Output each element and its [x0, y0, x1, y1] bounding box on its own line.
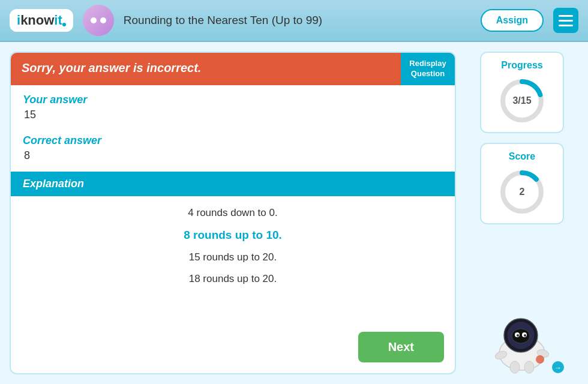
- explanation-line-4: 18 rounds up to 20.: [23, 268, 443, 290]
- left-panel: Sorry, your answer is incorrect. Redispl…: [10, 52, 456, 374]
- score-box: Score 2: [480, 143, 564, 224]
- incorrect-banner: Sorry, your answer is incorrect. Redispl…: [11, 53, 455, 85]
- svg-point-10: [510, 361, 520, 373]
- logo-dot: [62, 23, 66, 26]
- hamburger-line-3: [559, 25, 573, 26]
- your-answer-value: 15: [23, 109, 443, 121]
- explanation-line-2: 8 rounds up to 10.: [23, 224, 443, 247]
- mascot-area: →: [480, 302, 564, 374]
- mascot-dot-1: [91, 17, 97, 23]
- hamburger-line-1: [559, 15, 573, 17]
- svg-point-7: [524, 334, 526, 337]
- explanation-body: 4 rounds down to 0. 8 rounds up to 10. 1…: [11, 196, 455, 326]
- correct-answer-section: Correct answer 8: [11, 126, 455, 167]
- mascot-circle: [83, 5, 114, 36]
- svg-point-3: [512, 329, 530, 343]
- logo: iknowit: [10, 9, 73, 32]
- header: iknowit Rounding to the Nearest Ten (Up …: [0, 0, 588, 42]
- explanation-line-3: 15 rounds up to 20.: [23, 247, 443, 268]
- explanation-header: Explanation: [11, 172, 455, 196]
- next-button[interactable]: Next: [358, 332, 444, 362]
- logo-text: iknowit: [17, 13, 62, 28]
- correct-answer-label: Correct answer: [23, 134, 443, 147]
- incorrect-message: Sorry, your answer is incorrect.: [11, 53, 401, 85]
- hamburger-line-2: [559, 20, 573, 22]
- svg-point-11: [524, 361, 534, 373]
- score-label: Score: [509, 151, 535, 162]
- score-value: 2: [520, 187, 525, 197]
- progress-box: Progress 3/15: [480, 52, 564, 133]
- svg-text:→: →: [554, 364, 562, 372]
- correct-answer-value: 8: [23, 149, 443, 162]
- your-answer-section: Your answer 15: [11, 85, 455, 126]
- header-title: Rounding to the Nearest Ten (Up to 99): [124, 14, 471, 27]
- assign-button[interactable]: Assign: [481, 9, 544, 32]
- svg-point-12: [536, 355, 544, 364]
- mascot-svg: →: [480, 302, 564, 374]
- explanation-line-1: 4 rounds down to 0.: [23, 202, 443, 224]
- next-btn-container: Next: [11, 326, 455, 373]
- score-circle: 2: [498, 168, 546, 216]
- menu-button[interactable]: [553, 8, 578, 33]
- mascot-dot-2: [100, 17, 106, 23]
- redisplay-button[interactable]: RedisplayQuestion: [401, 53, 455, 85]
- progress-circle: 3/15: [498, 77, 546, 125]
- right-panel: Progress 3/15 Score 2: [456, 42, 588, 384]
- progress-label: Progress: [501, 60, 542, 71]
- svg-point-6: [517, 334, 519, 337]
- mascot-dots: [91, 17, 106, 23]
- progress-value: 3/15: [512, 95, 531, 106]
- main-content: Sorry, your answer is incorrect. Redispl…: [0, 42, 588, 384]
- your-answer-label: Your answer: [23, 94, 443, 106]
